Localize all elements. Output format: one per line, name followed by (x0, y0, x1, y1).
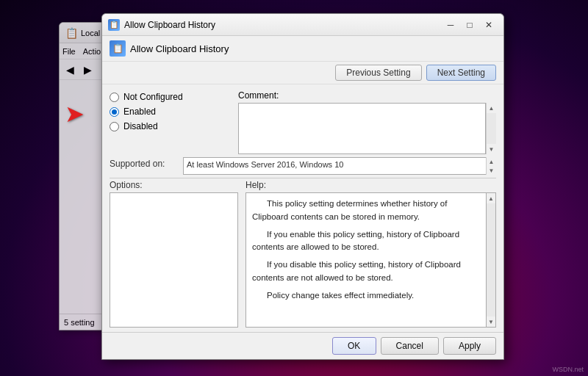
close-button[interactable]: ✕ (480, 18, 498, 32)
watermark: WSDN.net (552, 366, 584, 373)
help-paragraph-1: This policy setting determines whether h… (252, 198, 482, 224)
header-title: Allow Clipboard History (130, 43, 229, 54)
dialog-bottombar: OK Cancel Apply (102, 332, 503, 359)
scroll-track (487, 113, 496, 144)
comment-section: Comment: ▲ ▼ (238, 90, 496, 154)
options-panel: Options: (110, 180, 238, 328)
supported-value: At least Windows Server 2016, Windows 10 (183, 157, 496, 175)
help-scroll-track (487, 203, 495, 317)
radio-circle-enabled (110, 107, 119, 117)
disabled-label: Disabled (123, 121, 158, 131)
help-paragraph-2: If you enable this policy setting, histo… (252, 228, 482, 255)
help-paragraph-3: If you disable this policy setting, hist… (252, 258, 482, 285)
dialog-titlebar: 📋 Allow Clipboard History ─ □ ✕ (102, 14, 503, 36)
toolbar-back-icon[interactable]: ◀ (62, 62, 77, 77)
scroll-up-arrow[interactable]: ▲ (487, 103, 497, 113)
dialog-content: Not Configured Enabled Disabled Comment:… (102, 84, 503, 332)
apply-button[interactable]: Apply (443, 337, 496, 355)
dialog-title-text: Allow Clipboard History (124, 20, 215, 30)
help-paragraph-4: Policy change takes effect immediately. (252, 289, 482, 303)
sup-scroll-up[interactable]: ▲ (487, 157, 496, 166)
help-scrollbar[interactable]: ▲ ▼ (486, 192, 496, 328)
comment-textarea[interactable] (238, 103, 486, 154)
scroll-down-arrow[interactable]: ▼ (487, 144, 497, 154)
bottom-section: Options: Help: This policy setting deter… (102, 178, 503, 332)
radio-not-configured[interactable]: Not Configured (110, 92, 238, 102)
help-panel: Help: This policy setting determines whe… (245, 180, 496, 328)
next-setting-button[interactable]: Next Setting (426, 65, 496, 81)
supported-scrollbar[interactable]: ▲ ▼ (486, 157, 496, 175)
titlebar-left: 📋 Allow Clipboard History (108, 19, 215, 31)
supported-label: Supported on: (110, 157, 183, 169)
enabled-label: Enabled (123, 106, 156, 117)
dialog-topbar: Previous Setting Next Setting (102, 62, 503, 84)
radio-circle-not-configured (110, 93, 119, 102)
toolbar-forward-icon[interactable]: ▶ (80, 62, 95, 77)
supported-value-wrapper: At least Windows Server 2016, Windows 10… (183, 157, 496, 175)
menu-file[interactable]: File (62, 47, 76, 56)
radio-section: Not Configured Enabled Disabled (110, 90, 238, 154)
ok-button[interactable]: OK (332, 337, 376, 355)
help-scroll-up[interactable]: ▲ (487, 193, 495, 203)
comment-label: Comment: (238, 90, 496, 101)
radio-disabled[interactable]: Disabled (110, 121, 238, 131)
dialog-title-icon: 📋 (108, 19, 120, 31)
supported-on-row: Supported on: At least Windows Server 20… (102, 154, 503, 178)
radio-circle-disabled (110, 122, 119, 131)
top-section: Not Configured Enabled Disabled Comment:… (102, 84, 503, 154)
options-box (110, 192, 238, 328)
help-text-box: This policy setting determines whether h… (245, 192, 496, 328)
not-configured-label: Not Configured (123, 92, 183, 102)
radio-enabled[interactable]: Enabled (110, 106, 238, 117)
previous-setting-button[interactable]: Previous Setting (335, 65, 421, 81)
red-arrow-indicator: ➤ (65, 100, 85, 128)
minimize-button[interactable]: ─ (442, 18, 459, 32)
dialog-header: 📋 Allow Clipboard History (102, 36, 503, 62)
main-dialog: 📋 Allow Clipboard History ─ □ ✕ 📋 Allow … (101, 13, 504, 360)
cancel-button[interactable]: Cancel (381, 337, 439, 355)
sup-scroll-down[interactable]: ▼ (487, 166, 496, 175)
maximize-button[interactable]: □ (461, 18, 478, 32)
titlebar-controls: ─ □ ✕ (442, 18, 498, 32)
help-label: Help: (245, 180, 496, 190)
comment-scrollbar[interactable]: ▲ ▼ (486, 103, 496, 154)
status-text: 5 setting (64, 318, 95, 327)
header-icon: 📋 (110, 40, 126, 57)
help-scroll-down[interactable]: ▼ (487, 317, 495, 327)
options-label: Options: (110, 180, 238, 190)
